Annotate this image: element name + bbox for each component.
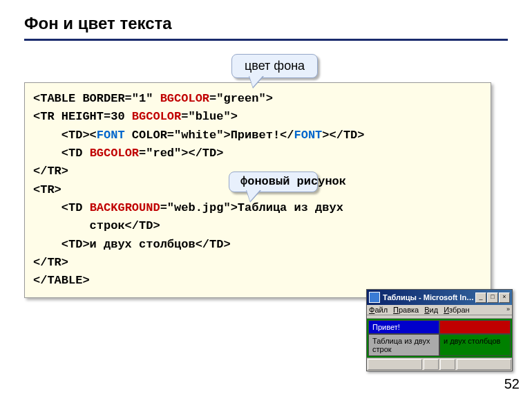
cell-green: и двух столбцов [439, 334, 511, 356]
browser-body: Привет! Таблица из двух строк и двух сто… [367, 319, 512, 358]
maximize-button[interactable]: □ [487, 293, 498, 303]
titlebar[interactable]: Таблицы - Microsoft Intern... _ □ × [367, 290, 512, 305]
chevron-icon[interactable]: » [506, 306, 510, 314]
menu-edit[interactable]: Правка [393, 306, 419, 314]
cell-red [439, 320, 511, 334]
code-block: <TABLE BORDER="1" BGCOLOR="green"> <TR H… [24, 82, 491, 298]
menu-view[interactable]: Вид [424, 306, 438, 314]
close-button[interactable]: × [499, 293, 510, 303]
page-number: 52 [504, 376, 520, 392]
menu-file[interactable]: Файл [369, 306, 388, 314]
callout-background: фоновый рисунок [229, 171, 318, 192]
menubar: Файл Правка Вид Избран » [367, 305, 512, 315]
callout-bgcolor: цвет фона [231, 54, 318, 78]
cell-bg: Таблица из двух строк [368, 334, 439, 356]
window-title: Таблицы - Microsoft Intern... [383, 293, 475, 301]
menu-fav[interactable]: Избран [444, 306, 469, 314]
cell-hello: Привет! [368, 320, 439, 334]
app-icon [369, 292, 380, 303]
browser-window: Таблицы - Microsoft Intern... _ □ × Файл… [366, 289, 513, 371]
minimize-button[interactable]: _ [475, 293, 486, 303]
slide-title: Фон и цвет текста [24, 14, 508, 41]
statusbar [367, 358, 512, 371]
